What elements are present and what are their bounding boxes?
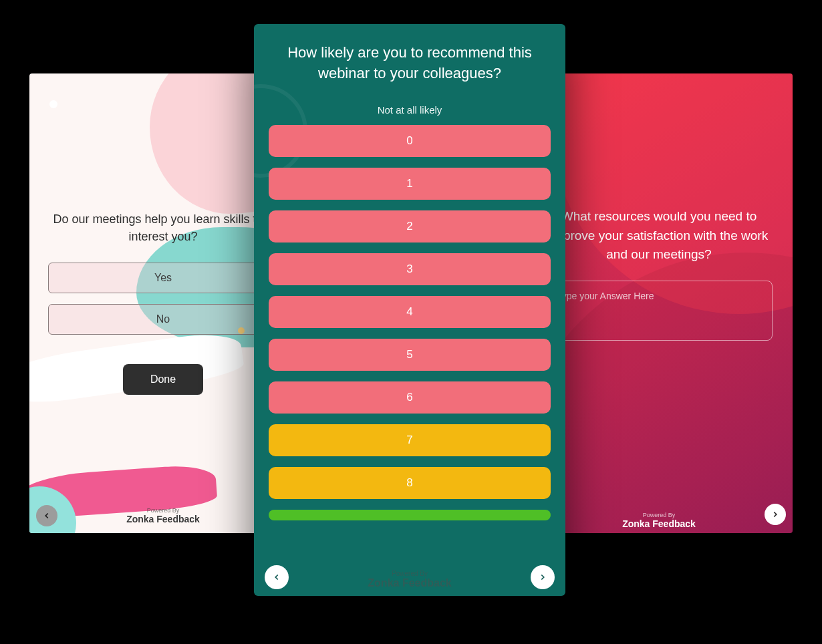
- question-text: What resources would you need to improve…: [545, 73, 773, 265]
- brand-name: Zonka Feedback: [126, 514, 200, 524]
- nps-option-6[interactable]: 6: [269, 381, 551, 414]
- option-yes[interactable]: Yes: [48, 263, 278, 293]
- powered-by-label: Powered By: [368, 570, 451, 577]
- nps-option-4[interactable]: 4: [269, 296, 551, 328]
- done-button[interactable]: Done: [123, 364, 203, 395]
- brand-footer: Powered By Zonka Feedback: [368, 570, 451, 589]
- prev-button[interactable]: [36, 505, 57, 526]
- chevron-left-icon: [42, 511, 51, 520]
- powered-by-label: Powered By: [622, 512, 696, 518]
- next-button[interactable]: [531, 565, 555, 589]
- nps-option-more[interactable]: [269, 510, 551, 520]
- brand-footer: Powered By Zonka Feedback: [622, 512, 696, 529]
- options-group: Yes No: [48, 263, 278, 335]
- nps-option-8[interactable]: 8: [269, 467, 551, 499]
- chevron-right-icon: [771, 510, 780, 519]
- option-no[interactable]: No: [48, 304, 278, 335]
- powered-by-label: Powered By: [126, 507, 200, 514]
- prev-button[interactable]: [265, 565, 289, 589]
- nps-option-5[interactable]: 5: [269, 339, 551, 371]
- nps-option-1[interactable]: 1: [269, 168, 551, 200]
- nps-option-7[interactable]: 7: [269, 424, 551, 456]
- chevron-right-icon: [538, 573, 547, 582]
- brand-name: Zonka Feedback: [622, 518, 696, 529]
- next-button[interactable]: [765, 504, 786, 525]
- question-text: How likely are you to recommend this web…: [269, 43, 551, 84]
- scale-low-label: Not at all likely: [269, 104, 551, 116]
- answer-textarea[interactable]: [545, 281, 773, 341]
- survey-card-text: What resources would you need to improve…: [525, 73, 793, 533]
- survey-card-nps: How likely are you to recommend this web…: [254, 24, 565, 596]
- brand-name: Zonka Feedback: [368, 577, 451, 589]
- nps-option-3[interactable]: 3: [269, 253, 551, 285]
- question-text: Do our meetings help you learn skills th…: [48, 73, 278, 245]
- nps-option-2[interactable]: 2: [269, 210, 551, 243]
- chevron-left-icon: [272, 573, 281, 582]
- nps-scale: 012345678: [269, 125, 551, 520]
- nps-option-0[interactable]: 0: [269, 125, 551, 157]
- brand-footer: Powered By Zonka Feedback: [126, 507, 200, 524]
